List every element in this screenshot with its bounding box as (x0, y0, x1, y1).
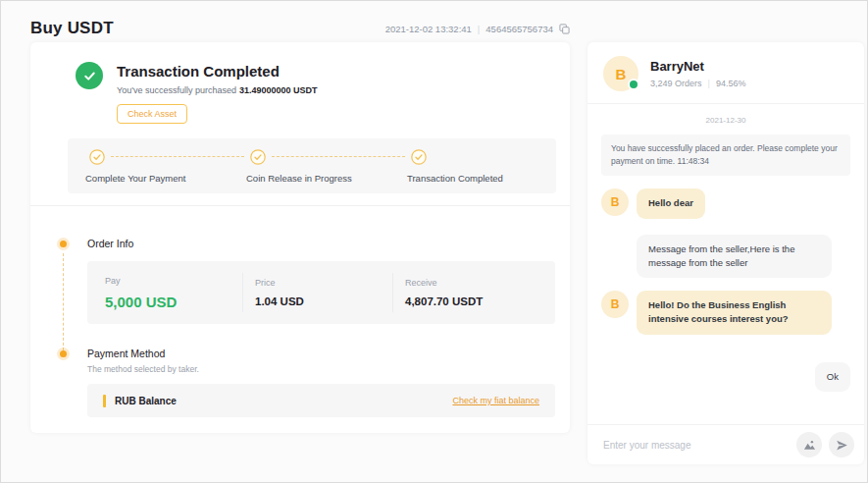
attach-image-button[interactable] (796, 432, 822, 457)
price-label: Price (255, 278, 392, 288)
seller-message-bubble: Message from the seller,Here is the mess… (637, 235, 832, 279)
chat-message-row: Message from the seller,Here is the mess… (637, 235, 850, 279)
chat-header: B BarryNet 3,249 Orders | 94.56% (587, 42, 864, 104)
order-info-section: Order Info Pay 5,000 USD Price 1.04 USD (30, 214, 570, 324)
seller-message-avatar: B (601, 291, 629, 318)
step-check-icon (89, 149, 105, 165)
buyer-message-bubble: Ok (815, 362, 850, 392)
meta-separator: | (478, 24, 480, 34)
orders-count: 3,249 Orders (650, 79, 702, 88)
chat-panel: B BarryNet 3,249 Orders | 94.56% 2021-12… (587, 42, 864, 464)
purchase-summary-text: You've successfully purchased (117, 85, 236, 95)
receive-label: Receive (405, 278, 555, 288)
timeline-dot-icon (60, 350, 67, 357)
transaction-status-title: Transaction Completed (117, 63, 318, 80)
step-connector (272, 156, 405, 157)
timeline-dot-icon (60, 241, 67, 247)
check-asset-button[interactable]: Check Asset (117, 104, 187, 124)
transaction-card: Transaction Completed You've successfull… (30, 42, 570, 433)
order-timestamp: 2021-12-02 13:32:41 (385, 24, 472, 34)
section-divider (30, 205, 570, 206)
payment-method-title: Payment Method (87, 348, 555, 359)
step-label-2: Coin Release in Progress (246, 173, 352, 184)
step-connector (111, 156, 244, 157)
seller-stats: 3,249 Orders | 94.56% (650, 79, 745, 88)
p2p-order-page: Buy USDT 2021-12-02 13:32:41 | 456456575… (0, 0, 868, 483)
order-id: 4564565756734 (485, 24, 553, 34)
success-check-icon (76, 62, 103, 89)
step-check-icon (411, 149, 427, 165)
chat-message-row: B Hello! Do the Business English intensi… (601, 291, 850, 335)
chat-message-input[interactable] (601, 439, 790, 452)
check-fiat-balance-link[interactable]: Check my fiat balance (452, 396, 539, 405)
copy-icon[interactable] (559, 24, 570, 34)
chat-date-stamp: 2021-12-30 (601, 116, 850, 125)
image-icon (803, 439, 816, 452)
pay-value: 5,000 USD (105, 294, 242, 310)
payment-method-section: Payment Method The method selected by ta… (30, 324, 570, 417)
order-meta: 2021-12-02 13:32:41 | 4564565756734 (385, 24, 570, 34)
pay-label: Pay (105, 276, 242, 286)
seller-name: BarryNet (650, 59, 745, 74)
seller-message-bubble: Hello! Do the Business English intensive… (637, 291, 832, 335)
send-message-button[interactable] (829, 432, 854, 457)
payment-method-name: RUB Balance (115, 396, 177, 406)
order-info-box: Pay 5,000 USD Price 1.04 USD Receive 4,8… (87, 261, 555, 324)
seller-avatar[interactable]: B (603, 56, 638, 91)
chat-message-row: Ok (601, 362, 850, 392)
purchased-amount: 31.49000000 USDT (239, 85, 318, 95)
page-title: Buy USDT (30, 19, 114, 38)
purchase-summary: You've successfully purchased31.49000000… (117, 85, 318, 95)
receive-value: 4,807.70 USDT (405, 295, 555, 307)
chat-message-row: B Hello dear (601, 188, 850, 218)
chat-messages: 2021-12-30 You have successfully placed … (587, 104, 864, 424)
progress-steps: Complete Your Payment Coin Release in Pr… (68, 138, 556, 193)
chat-input-bar (587, 424, 864, 464)
step-label-3: Transaction Completed (407, 173, 503, 184)
step-check-icon (250, 149, 266, 165)
payment-method-box: RUB Balance Check my fiat balance (87, 384, 555, 417)
send-icon (836, 439, 848, 452)
method-accent-bar (103, 395, 106, 407)
completion-rate: 94.56% (716, 79, 746, 88)
step-label-1: Complete Your Payment (85, 173, 185, 184)
stats-separator: | (708, 79, 710, 88)
order-info-title: Order Info (87, 238, 555, 249)
seller-message-avatar: B (601, 188, 629, 216)
price-value: 1.04 USD (255, 295, 392, 307)
page-header: Buy USDT 2021-12-02 13:32:41 | 456456575… (30, 15, 570, 42)
online-status-dot (628, 79, 639, 90)
system-message: You have successfully placed an order. P… (601, 134, 850, 176)
payment-method-subtitle: The method selected by taker. (87, 364, 555, 374)
seller-message-bubble: Hello dear (637, 188, 705, 218)
